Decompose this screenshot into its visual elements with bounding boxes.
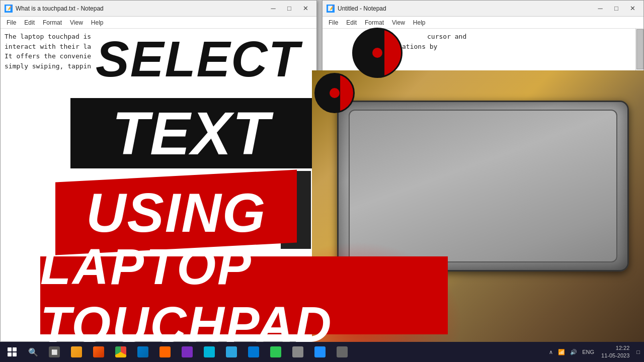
telegram-icon [226, 346, 237, 357]
systray-chevron[interactable]: ∧ [547, 348, 555, 356]
maximize-button[interactable]: □ [282, 3, 296, 14]
start-sq-4 [13, 352, 17, 356]
right-content-1: cursor and [427, 32, 639, 42]
notepad-taskbar-icon [314, 346, 326, 357]
app4-icon [292, 346, 303, 357]
menu-file[interactable]: File [3, 18, 20, 27]
chrome-icon [115, 346, 126, 357]
systray-volume[interactable]: 🔊 [568, 348, 579, 356]
windows-logo-icon [8, 347, 17, 356]
maximize-right-button[interactable]: □ [609, 3, 623, 14]
start-sq-3 [8, 352, 12, 356]
app2-icon [248, 346, 259, 357]
notepad-icon: 📝 [5, 5, 13, 13]
taskbar-app-chrome[interactable] [111, 342, 131, 362]
taskbar-app-vscode[interactable] [133, 342, 153, 362]
overlay-using-word: USING [86, 180, 266, 244]
minimize-button[interactable]: ─ [266, 3, 280, 14]
menu-edit[interactable]: Edit [20, 18, 39, 27]
systray-date-value: 11-05-2023 [601, 352, 629, 359]
logo-circle-small [314, 73, 355, 113]
taskbar-app-settings[interactable] [332, 342, 352, 362]
taskbar-apps: ⬜ [42, 342, 547, 362]
close-button[interactable]: ✕ [298, 3, 312, 14]
settings-icon [337, 346, 348, 357]
close-right-button[interactable]: ✕ [625, 3, 639, 14]
taskbar: 🔍 ⬜ [0, 342, 644, 362]
systray-network[interactable]: 📶 [556, 348, 567, 356]
systray-datetime[interactable]: 12:22 11-05-2023 [597, 344, 633, 360]
notepad-left-titlebar: 📝 What is a touchpad.txt - Notepad ─ □ ✕ [1, 1, 316, 17]
app3-icon [270, 346, 281, 357]
discord-icon [182, 346, 193, 357]
start-sq-2 [13, 347, 17, 351]
taskbar-app-app1[interactable] [199, 342, 219, 362]
circle-red-half [377, 29, 401, 76]
systray-lang[interactable]: ENG [580, 348, 596, 356]
search-icon: 🔍 [28, 347, 38, 357]
menu-view[interactable]: View [66, 18, 87, 27]
logo-circle-large [352, 28, 403, 78]
start-sq-1 [8, 347, 12, 351]
notepad-left-menubar: File Edit Format View Help [1, 17, 316, 29]
taskbar-app-telegram[interactable] [221, 342, 242, 362]
taskbar-search-button[interactable]: 🔍 [24, 342, 42, 362]
overlay-select-text: SELECT [96, 30, 300, 88]
explorer-icon [71, 346, 82, 357]
menu-right-help[interactable]: Help [409, 18, 430, 27]
overlay-laptop-band: LAPTOP TOUCHPAD [40, 256, 448, 334]
blender-icon [159, 346, 171, 357]
right-content-2: ations by [402, 42, 639, 52]
menu-format[interactable]: Format [39, 18, 66, 27]
system-tray: ∧ 📶 🔊 ENG 12:22 11-05-2023 □ [547, 344, 644, 360]
notepad-left-title: What is a touchpad.txt - Notepad [16, 5, 266, 12]
circle-inner-large [354, 29, 401, 76]
taskbar-app-app4[interactable] [288, 342, 308, 362]
taskbar-app-app3[interactable] [266, 342, 286, 362]
systray-time-value: 12:22 [616, 344, 630, 352]
taskbar-app-blender[interactable] [155, 342, 175, 362]
notepad-right-menubar: File Edit Format View Help [323, 17, 643, 29]
taskbar-app-firefox[interactable] [89, 342, 109, 362]
overlay-text-band: TEXT [70, 98, 312, 168]
notepad-right-title: Untitled - Notepad [338, 5, 593, 12]
taskbar-app-discord[interactable] [177, 342, 197, 362]
menu-right-file[interactable]: File [325, 18, 342, 27]
overlay-text-word: TEXT [112, 99, 271, 168]
taskview-icon: ⬜ [49, 346, 60, 357]
taskbar-app-explorer[interactable] [66, 342, 87, 362]
taskbar-app-app2[interactable] [244, 342, 264, 362]
notepad-right-icon: 📝 [327, 5, 335, 13]
notepad-right-titlebar: 📝 Untitled - Notepad ─ □ ✕ [323, 1, 643, 17]
overlay-laptop-word: LAPTOP TOUCHPAD [40, 238, 448, 353]
circle-inner-small [316, 74, 353, 112]
minimize-right-button[interactable]: ─ [593, 3, 607, 14]
menu-help[interactable]: Help [87, 18, 108, 27]
menu-right-format[interactable]: Format [361, 18, 388, 27]
firefox-icon [93, 346, 104, 357]
taskbar-app-taskview[interactable]: ⬜ [44, 342, 64, 362]
taskbar-app-notepad[interactable] [310, 342, 330, 362]
start-button[interactable] [0, 342, 24, 362]
vscode-icon [137, 346, 148, 357]
app1-icon [204, 346, 215, 357]
menu-right-view[interactable]: View [388, 18, 409, 27]
titlebar-right-buttons: ─ □ ✕ [593, 3, 639, 14]
circle-red-half-small [335, 74, 353, 112]
menu-right-edit[interactable]: Edit [342, 18, 361, 27]
scrollbar-thumb[interactable] [636, 29, 643, 69]
systray-notification[interactable]: □ [634, 348, 642, 356]
titlebar-buttons: ─ □ ✕ [266, 3, 312, 14]
